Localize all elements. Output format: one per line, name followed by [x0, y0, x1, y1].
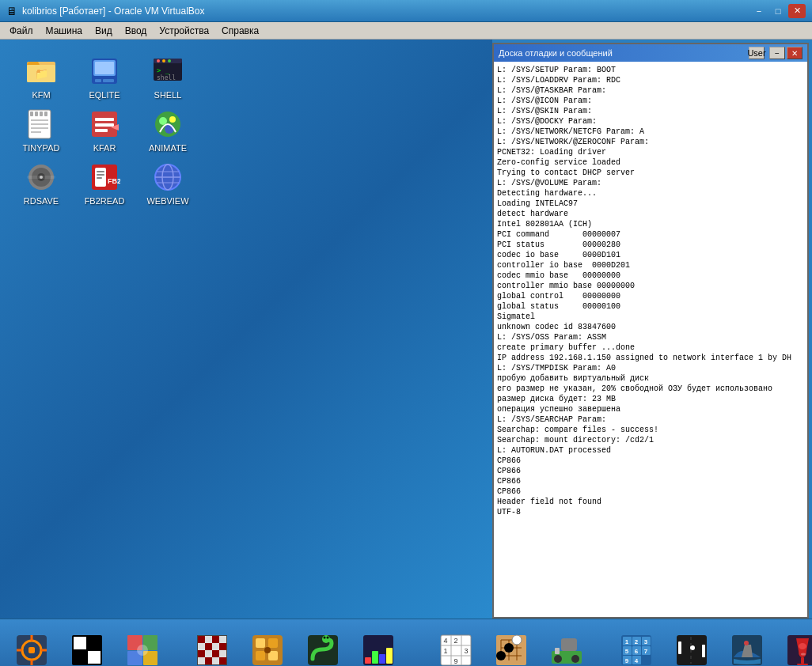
dock-icon-seawar[interactable]: SEAWAR	[723, 634, 771, 667]
dock-icon-checkers[interactable]: CHECKERS	[188, 634, 236, 667]
kfar-label: KFAR	[92, 142, 118, 153]
svg-point-101	[496, 651, 506, 660]
svg-text:9: 9	[625, 657, 629, 664]
desktop-icon-grid: 📁 KFM EQLITE	[8, 47, 484, 214]
svg-rect-6	[95, 79, 101, 82]
debug-minimize-button[interactable]: −	[769, 47, 785, 59]
user-button[interactable]: User	[749, 47, 765, 59]
dock-icon-gomoku[interactable]: GOMOKU	[488, 634, 535, 667]
sudoku-dock-icon: 4 2 1 3 9	[439, 634, 472, 667]
menu-help[interactable]: Справка	[215, 24, 265, 38]
svg-rect-61	[88, 651, 101, 664]
svg-text:7: 7	[644, 648, 648, 655]
fb2read-label: FB2READ	[83, 195, 127, 206]
dock-icon-15[interactable]: 1 2 3 5 6 7 9 4 15	[613, 634, 660, 667]
eqlite-icon	[89, 55, 120, 87]
dock-icon-clicks[interactable]: CLICKS	[244, 634, 291, 667]
svg-rect-69	[268, 638, 278, 648]
svg-rect-7	[103, 79, 114, 82]
kfar-icon	[89, 108, 120, 140]
svg-text:FB2: FB2	[108, 177, 120, 185]
svg-rect-127	[702, 645, 705, 657]
svg-rect-42	[97, 177, 102, 179]
debug-close-button[interactable]: ✕	[787, 47, 803, 59]
menu-view[interactable]: Вид	[89, 24, 119, 38]
desktop-icon-kfar[interactable]: KFAR	[79, 108, 130, 153]
dock-icon-sudoku[interactable]: 4 2 1 3 9 SUDOKU	[432, 634, 480, 667]
debug-content[interactable]: L: /SYS/SETUP Param: BOOT L: /SYS/LOADDR…	[494, 62, 807, 617]
xonix-dock-icon	[70, 634, 104, 667]
svg-rect-116	[642, 656, 651, 664]
kfm-label: KFM	[30, 89, 51, 100]
desktop-icon-eqlite[interactable]: EQLITE	[79, 55, 130, 100]
svg-point-136	[801, 653, 806, 655]
svg-rect-37	[27, 176, 55, 179]
svg-text:4: 4	[443, 637, 447, 645]
flood-it-dock-icon	[126, 634, 159, 667]
desktop-icon-webview[interactable]: WEBVIEW	[142, 161, 193, 206]
svg-point-76	[327, 636, 329, 638]
svg-point-10	[157, 59, 160, 62]
dock-icon-wine[interactable]: WINE	[779, 634, 812, 667]
tinypad-icon	[25, 108, 57, 140]
desktop-icon-rdsave[interactable]: RDSAVE	[16, 161, 66, 206]
svg-text:2: 2	[635, 638, 639, 645]
dock-icon-snake[interactable]: SNAKE	[299, 634, 347, 667]
desktop-icon-shell[interactable]: > _ shell SHELL	[142, 55, 193, 100]
svg-point-75	[324, 636, 326, 638]
svg-rect-19	[44, 112, 47, 116]
svg-rect-5	[95, 62, 114, 74]
tinypad-label: TINYPAD	[21, 142, 62, 153]
close-button[interactable]: ✕	[788, 4, 806, 18]
svg-point-11	[162, 59, 165, 62]
svg-rect-41	[97, 174, 104, 176]
svg-rect-56	[28, 647, 35, 653]
svg-point-30	[159, 117, 167, 125]
svg-text:> _: > _	[157, 66, 170, 74]
svg-point-105	[571, 655, 579, 663]
svg-point-104	[554, 655, 562, 663]
pong-dock-icon	[675, 634, 708, 667]
maximize-button[interactable]: □	[769, 4, 787, 18]
dock-icon-pipes[interactable]: PIPES	[8, 634, 55, 667]
window-controls: − □ ✕	[750, 4, 806, 18]
svg-rect-103	[561, 638, 577, 651]
svg-point-100	[512, 635, 522, 645]
menu-machine[interactable]: Машина	[40, 24, 89, 38]
menu-input[interactable]: Ввод	[119, 24, 154, 38]
svg-rect-106	[555, 648, 560, 654]
webview-label: WEBVIEW	[145, 195, 190, 206]
svg-rect-59	[88, 637, 101, 649]
svg-rect-58	[74, 637, 86, 649]
svg-text:5: 5	[625, 648, 629, 655]
svg-text:1: 1	[625, 638, 629, 645]
wine-dock-icon	[786, 634, 812, 667]
eqlite-label: EQLITE	[87, 89, 121, 100]
svg-text:3: 3	[644, 638, 648, 645]
minimize-button[interactable]: −	[750, 4, 768, 18]
menu-file[interactable]: Файл	[3, 24, 40, 38]
svg-rect-79	[372, 651, 378, 664]
svg-point-72	[264, 647, 271, 653]
svg-point-32	[165, 124, 174, 134]
svg-text:📁: 📁	[35, 67, 49, 81]
dock-icon-pong[interactable]: PONG	[668, 634, 715, 667]
dock-icon-kosilka[interactable]: KOSILKA	[543, 634, 590, 667]
dock-icon-wblocks[interactable]: WBLOCKS	[355, 634, 402, 667]
svg-text:3: 3	[464, 647, 468, 655]
desktop-icon-kfm[interactable]: 📁 KFM	[16, 55, 66, 100]
svg-rect-81	[386, 648, 393, 664]
desktop-icon-fb2read[interactable]: FB2 FB2READ	[79, 161, 130, 206]
menu-devices[interactable]: Устройства	[153, 24, 215, 38]
desktop-icon-tinypad[interactable]: TINYPAD	[16, 108, 66, 153]
shell-icon: > _ shell	[152, 55, 184, 87]
svg-point-99	[504, 643, 514, 653]
seawar-dock-icon	[730, 634, 764, 667]
svg-rect-16	[30, 112, 33, 116]
wblocks-dock-icon	[362, 634, 395, 667]
shell-label: SHELL	[153, 89, 184, 100]
dock-icon-xonix[interactable]: XONIX	[63, 634, 111, 667]
dock-icon-flood-it[interactable]: FLOOD-IT	[119, 634, 166, 667]
desktop-icon-animate[interactable]: ANIMATE	[142, 108, 193, 153]
svg-rect-133	[801, 657, 804, 664]
